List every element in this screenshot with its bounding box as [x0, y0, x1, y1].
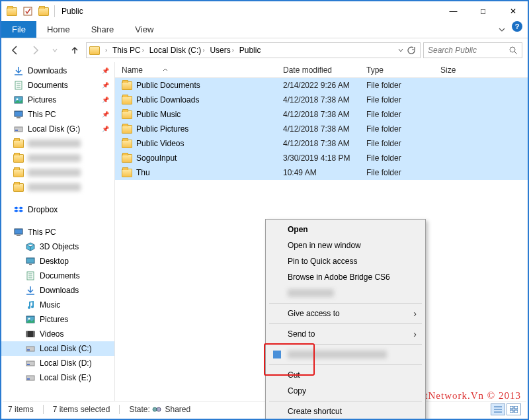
context-menu-item[interactable]: Give access to›	[268, 306, 423, 321]
context-menu-item[interactable]: Cut	[268, 367, 423, 383]
context-menu-item[interactable]: Open in new window	[268, 237, 423, 253]
view-icons-button[interactable]	[507, 403, 521, 415]
breadcrumb-local-disk-c[interactable]: Local Disk (C:)›	[147, 43, 208, 58]
minimize-button[interactable]: —	[438, 1, 468, 21]
sidebar-item-label: Local Disk (D:)	[40, 358, 92, 368]
addr-chevron-icon[interactable]: ›	[101, 43, 110, 58]
tab-share[interactable]: Share	[81, 21, 125, 38]
svg-rect-17	[29, 264, 32, 265]
watermark: VietNetwork.Vn © 2013	[409, 390, 521, 401]
sidebar-item[interactable]: This PC📌	[1, 107, 114, 122]
window-title: Public	[61, 7, 83, 16]
sidebar-item[interactable]: This PC	[1, 225, 114, 239]
table-row[interactable]: Public Pictures4/12/2018 7:38 AMFile fol…	[115, 122, 528, 136]
context-menu-item[interactable]: ████████	[268, 347, 423, 362]
sidebar-item[interactable]: Local Disk (D:)	[1, 356, 114, 370]
quick-save-icon[interactable]	[22, 5, 34, 17]
context-menu-item[interactable]: ████████	[268, 285, 423, 301]
sidebar-item[interactable]: Local Disk (G:)📌	[1, 122, 114, 136]
sidebar-item[interactable]: Pictures📌	[1, 93, 114, 107]
refresh-icon[interactable]	[407, 46, 416, 55]
svg-rect-15	[17, 235, 20, 236]
search-field[interactable]	[428, 46, 509, 55]
folder-icon	[13, 138, 24, 149]
svg-rect-33	[27, 378, 30, 380]
maximize-button[interactable]: □	[468, 1, 498, 21]
table-row[interactable]: SogouInput3/30/2019 4:18 PMFile folder	[115, 151, 528, 165]
back-button[interactable]	[7, 42, 24, 59]
context-menu-item[interactable]: Open	[268, 222, 423, 237]
tab-view[interactable]: View	[124, 21, 164, 38]
context-menu-item[interactable]: Browse in Adobe Bridge CS6	[268, 269, 423, 285]
table-row[interactable]: Public Videos4/12/2018 7:38 AMFile folde…	[115, 136, 528, 151]
context-menu-item[interactable]: Send to›	[268, 326, 423, 342]
sidebar-item-label: Videos	[40, 329, 63, 339]
folder-icon	[122, 138, 132, 149]
sidebar-item[interactable]: Music	[1, 298, 114, 312]
svg-rect-14	[15, 229, 22, 234]
addressbar[interactable]: › This PC› Local Disk (C:)› Users› Publi…	[86, 42, 421, 58]
sidebar-item[interactable]: 3D Objects	[1, 239, 114, 254]
sidebar-item-label: 3D Objects	[40, 242, 79, 251]
folder-icon	[13, 153, 24, 163]
status-item-count: 7 items	[8, 405, 34, 414]
file-tab[interactable]: File	[1, 21, 36, 38]
recent-dropdown-icon[interactable]	[46, 42, 63, 59]
navbar: › This PC› Local Disk (C:)› Users› Publi…	[1, 38, 528, 62]
up-button[interactable]	[66, 42, 83, 59]
column-size[interactable]: Size	[434, 65, 528, 75]
statusbar: 7 items 7 items selected State: Shared	[3, 401, 526, 417]
ribbon-expand-icon[interactable]	[492, 21, 512, 38]
close-button[interactable]: ✕	[498, 1, 528, 21]
context-menu-label: Create shortcut	[288, 407, 342, 416]
column-type[interactable]: Type	[360, 65, 434, 75]
view-details-button[interactable]	[491, 403, 505, 415]
column-name[interactable]: Name	[115, 65, 276, 75]
pic-icon	[25, 314, 36, 325]
sidebar-item[interactable]: Dropbox	[1, 202, 114, 217]
addr-dropdown-icon[interactable]	[398, 48, 403, 53]
disk-icon	[25, 372, 36, 383]
sidebar-item[interactable]: Desktop	[1, 254, 114, 269]
sidebar-item[interactable]: Downloads	[1, 283, 114, 298]
sidebar-item[interactable]: ████	[1, 180, 114, 194]
context-menu-item[interactable]: Copy	[268, 383, 423, 399]
breadcrumb-public[interactable]: Public	[237, 43, 264, 58]
breadcrumb-this-pc[interactable]: This PC›	[110, 43, 147, 58]
svg-rect-29	[27, 349, 30, 351]
3d-icon	[25, 241, 36, 252]
context-menu-item[interactable]: Create shortcut	[268, 403, 423, 419]
pin-icon: 📌	[102, 111, 109, 118]
sidebar-item[interactable]: ████	[1, 136, 114, 151]
table-row[interactable]: Public Downloads4/12/2018 7:38 AMFile fo…	[115, 93, 528, 107]
search-icon[interactable]	[509, 46, 518, 55]
table-row[interactable]: Thu10:49 AMFile folder	[115, 165, 528, 180]
forward-button[interactable]	[26, 42, 44, 59]
sidebar-item[interactable]: ████	[1, 151, 114, 165]
context-menu-item[interactable]: Pin to Quick access	[268, 253, 423, 269]
sidebar-item[interactable]: Documents📌	[1, 78, 114, 93]
sidebar-item-label: Music	[40, 300, 60, 310]
file-type: File folder	[360, 124, 434, 134]
svg-rect-11	[17, 117, 20, 118]
context-menu-label: Copy	[288, 386, 306, 396]
search-input[interactable]	[423, 42, 522, 58]
sidebar-item-label: ████	[28, 140, 81, 147]
table-row[interactable]: Public Documents2/14/2022 9:26 AMFile fo…	[115, 78, 528, 93]
sidebar-item[interactable]: Local Disk (C:)	[1, 341, 114, 356]
column-date[interactable]: Date modified	[276, 65, 360, 75]
addr-folder-icon	[89, 46, 100, 55]
sidebar-item[interactable]: Documents	[1, 269, 114, 283]
breadcrumb-users[interactable]: Users›	[207, 43, 236, 58]
folder-icon	[122, 80, 132, 91]
tab-home[interactable]: Home	[36, 21, 81, 38]
sidebar-item[interactable]: Pictures	[1, 312, 114, 327]
sidebar-item[interactable]: Downloads📌	[1, 63, 114, 78]
file-date: 4/12/2018 7:38 AM	[276, 139, 360, 148]
sidebar-item[interactable]: Local Disk (E:)	[1, 370, 114, 385]
sidebar-item[interactable]: Videos	[1, 327, 114, 341]
help-icon[interactable]: ?	[512, 21, 522, 32]
table-row[interactable]: Public Music4/12/2018 7:38 AMFile folder	[115, 107, 528, 122]
sidebar-item-label: Pictures	[40, 315, 68, 324]
sidebar-item[interactable]: ████	[1, 165, 114, 180]
